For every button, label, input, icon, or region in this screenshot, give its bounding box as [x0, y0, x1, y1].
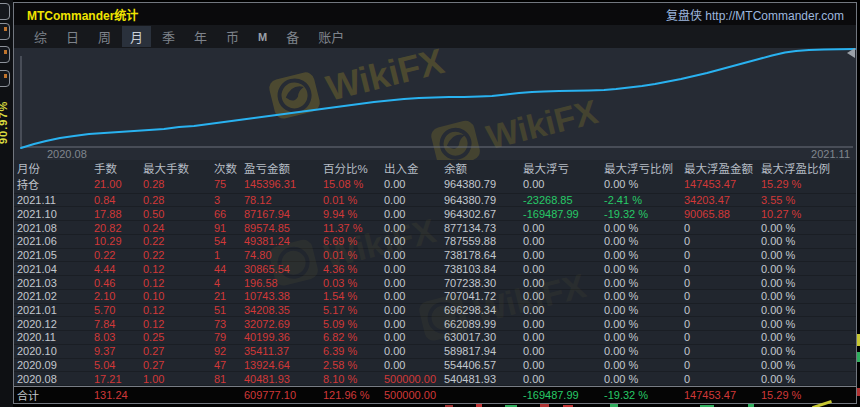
table-cell: 0.00 % [761, 359, 856, 371]
table-cell: 5.09 % [323, 318, 384, 330]
total-cell: -169487.99 [523, 389, 604, 401]
table-cell: 0.00 % [604, 263, 684, 275]
table-cell: 0.27 [143, 359, 214, 371]
table-cell: 34203.47 [684, 194, 761, 206]
table-cell: 0.46 [94, 277, 143, 289]
table-cell: 0.00 [523, 249, 604, 261]
table-cell: 8.03 [94, 331, 143, 343]
table-row[interactable]: 持仓21.000.2875145396.3115.08 %0.00964380.… [14, 176, 856, 194]
menu-item-日[interactable]: 日 [58, 26, 87, 47]
edge-toolbar-button[interactable] [0, 46, 10, 63]
table-cell: 4 [214, 277, 244, 289]
table-row[interactable]: 2020.118.030.257940199.366.82 %0.0063001… [14, 331, 856, 345]
menu-item-M[interactable]: M [250, 30, 275, 44]
table-cell: 0 [684, 373, 761, 385]
table-cell: 90065.88 [684, 208, 761, 220]
table-cell: 0.00 [384, 290, 444, 302]
table-cell: 0.00 [523, 318, 604, 330]
edge-toolbar-button[interactable] [0, 3, 10, 20]
table-row[interactable]: 2021.022.100.102110743.381.54 %0.0070704… [14, 290, 856, 304]
table-cell: 0.12 [143, 304, 214, 316]
button-marker [4, 50, 7, 54]
menu-item-备[interactable]: 备 [278, 26, 307, 47]
table-row[interactable]: 2021.110.840.28378.120.01 %0.00964380.79… [14, 194, 856, 208]
table-row[interactable]: 2020.0817.211.008140481.938.10 %500000.0… [14, 372, 856, 386]
table-cell: 0.00 [523, 178, 604, 190]
table-cell: 500000.00 [384, 373, 444, 385]
table-cell: 2021.02 [17, 290, 94, 302]
table-cell: 21 [214, 290, 244, 302]
table-cell: 707041.72 [444, 290, 523, 302]
table-cell: 662089.99 [444, 318, 523, 330]
column-header: 最大浮盈金额 [684, 160, 761, 176]
table-cell: 13924.64 [244, 359, 323, 371]
table-cell: 0.00 [384, 263, 444, 275]
table-cell: 73 [214, 318, 244, 330]
table-cell: 89574.85 [244, 222, 323, 234]
table-cell: 0.00 [384, 235, 444, 247]
table-cell: 0 [684, 318, 761, 330]
table-cell: 2020.10 [17, 345, 94, 357]
table-cell: 0.00 [523, 304, 604, 316]
svg-text:WikiFX: WikiFX [322, 48, 448, 109]
menu-item-月[interactable]: 月 [122, 26, 151, 47]
table-cell: -169487.99 [523, 208, 604, 220]
table-cell: 2020.08 [17, 373, 94, 385]
table-cell: 0.00 [384, 194, 444, 206]
table-cell: 0.00 % [604, 249, 684, 261]
table-cell: 0.00 [384, 359, 444, 371]
table-row[interactable]: 2021.015.700.125134208.355.17 %0.0069629… [14, 304, 856, 318]
edge-toolbar-button[interactable] [0, 70, 10, 87]
table-cell: 0.00 % [604, 359, 684, 371]
table-cell: 66 [214, 208, 244, 220]
table-row[interactable]: 2021.050.220.22174.800.01 %0.00738178.64… [14, 249, 856, 263]
table-row[interactable]: 2021.044.440.124430865.544.36 %0.0073810… [14, 262, 856, 276]
table-cell: 0.00 [523, 290, 604, 302]
button-marker [4, 27, 7, 31]
table-row[interactable]: 2020.127.840.127332072.695.09 %0.0066208… [14, 317, 856, 331]
table-cell: 0 [684, 222, 761, 234]
brand-link[interactable]: 复盘侠 http://MTCommander.com [666, 6, 844, 23]
table-cell: 0.00 % [604, 345, 684, 357]
table-cell: 0.28 [143, 194, 214, 206]
table-row[interactable]: 2020.109.370.279235411.376.39 %0.0058981… [14, 345, 856, 359]
menu-item-季[interactable]: 季 [154, 26, 183, 47]
table-cell: 32072.69 [244, 318, 323, 330]
table-row[interactable]: 2021.0610.290.225449381.246.69 %0.007875… [14, 235, 856, 249]
menu-item-账户[interactable]: 账户 [310, 26, 352, 47]
table-cell: -23268.85 [523, 194, 604, 206]
table-cell: 145396.31 [244, 178, 323, 190]
table-cell: 0.00 [523, 373, 604, 385]
table-cell: 877134.73 [444, 222, 523, 234]
table-cell: 0.27 [143, 345, 214, 357]
table-cell: 4.36 % [323, 263, 384, 275]
table-cell: 6.82 % [323, 331, 384, 343]
equity-chart: WikiFX WikiFX 2020.08 2021.11 [14, 48, 856, 160]
menu-item-币[interactable]: 币 [218, 26, 247, 47]
table-cell: 0.10 [143, 290, 214, 302]
total-cell: 500000.00 [384, 389, 444, 401]
table-cell: 0.00 % [761, 249, 856, 261]
menu-item-周[interactable]: 周 [90, 26, 119, 47]
button-marker [4, 74, 7, 78]
table-cell: 964380.79 [444, 194, 523, 206]
menu-item-综[interactable]: 综 [26, 26, 55, 47]
edge-toolbar-button[interactable] [0, 23, 10, 40]
column-header: 余额 [444, 160, 523, 176]
table-cell: 5.17 % [323, 304, 384, 316]
x-axis-start-label: 2020.08 [47, 148, 87, 160]
table-cell: 2021.04 [17, 263, 94, 275]
table-cell: 0 [684, 359, 761, 371]
table-row[interactable]: 2021.1017.880.506687167.949.94 %0.009643… [14, 207, 856, 221]
column-header: 出入金 [384, 160, 444, 176]
table-cell: 0.00 [384, 345, 444, 357]
table-cell: 0.00 % [604, 373, 684, 385]
table-row[interactable]: 2020.095.040.274713924.642.58 %0.0055440… [14, 359, 856, 373]
table-cell: 51 [214, 304, 244, 316]
table-cell: 0.00 [523, 345, 604, 357]
table-row[interactable]: 2021.0820.820.249189574.8511.37 %0.00877… [14, 221, 856, 235]
table-header-row: 月份手数最大手数次数盈亏金额百分比%出入金余额最大浮亏最大浮亏比例最大浮盈金额最… [14, 160, 856, 176]
stats-window: MTCommander统计 复盘侠 http://MTCommander.com… [13, 2, 857, 404]
menu-item-年[interactable]: 年 [186, 26, 215, 47]
table-row[interactable]: 2021.030.460.124196.580.03 %0.00707238.3… [14, 276, 856, 290]
